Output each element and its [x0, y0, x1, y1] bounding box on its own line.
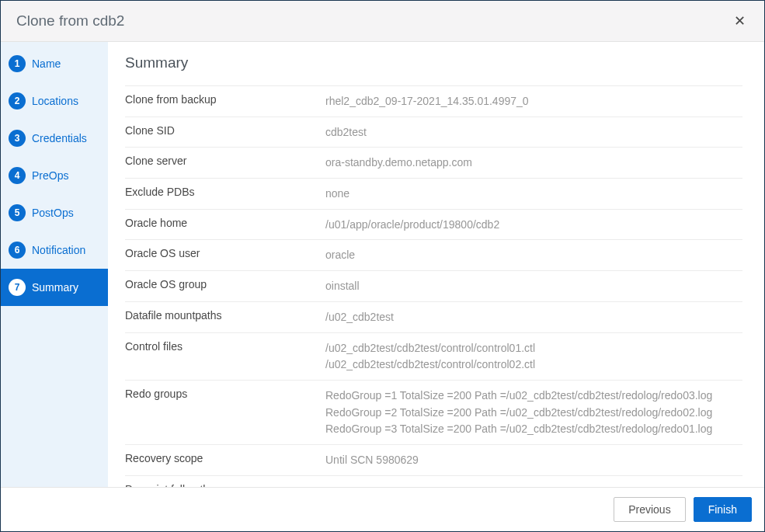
summary-value: RedoGroup =1 TotalSize =200 Path =/u02_c… [325, 387, 742, 438]
summary-value: oracle [325, 246, 742, 264]
step-badge: 4 [9, 167, 26, 184]
dialog-body: 1 Name 2 Locations 3 Credentials 4 PreOp… [1, 42, 764, 487]
step-label: Locations [32, 95, 78, 107]
content-area: Summary Clone from backup rhel2_cdb2_09-… [108, 42, 764, 487]
dialog-title: Clone from cdb2 [16, 12, 124, 30]
summary-label: Oracle OS user [125, 246, 325, 259]
row-clone-from-backup: Clone from backup rhel2_cdb2_09-17-2021_… [125, 85, 742, 116]
summary-value: /u01/app/oracle/product/19800/cdb2 [325, 216, 742, 234]
row-oracle-home: Oracle home /u01/app/oracle/product/1980… [125, 209, 742, 240]
step-label: Notification [32, 244, 85, 256]
step-badge: 2 [9, 92, 26, 110]
step-label: Name [32, 57, 61, 70]
dialog-header: Clone from cdb2 ✕ [1, 1, 764, 42]
step-label: PreOps [32, 169, 68, 182]
summary-label: Oracle home [125, 216, 325, 229]
row-exclude-pdbs: Exclude PDBs none [125, 178, 742, 209]
summary-label: Datafile mountpaths [125, 308, 325, 322]
step-summary[interactable]: 7 Summary [1, 269, 108, 306]
step-badge: 3 [9, 130, 26, 147]
summary-value: Until SCN 5980629 [325, 451, 742, 469]
row-oracle-os-group: Oracle OS group oinstall [125, 270, 742, 301]
dialog-footer: Previous Finish [1, 487, 764, 531]
row-control-files: Control files /u02_cdb2test/cdb2test/con… [125, 332, 742, 380]
summary-label: Clone from backup [125, 92, 325, 106]
control-file-2: /u02_cdb2test/cdb2test/control/control02… [325, 356, 742, 374]
summary-label: Exclude PDBs [125, 185, 325, 198]
summary-value: /u02_cdb2test [325, 308, 742, 326]
redo-group-1: RedoGroup =1 TotalSize =200 Path =/u02_c… [325, 388, 742, 405]
redo-group-2: RedoGroup =2 TotalSize =200 Path =/u02_c… [325, 405, 742, 422]
summary-label: Recovery scope [125, 451, 325, 464]
summary-value: oinstall [325, 277, 742, 295]
content-title: Summary [125, 54, 742, 71]
scroll-container[interactable]: Summary Clone from backup rhel2_cdb2_09-… [108, 42, 764, 487]
step-postops[interactable]: 5 PostOps [1, 194, 108, 231]
row-prescript-full-path: Prescript full path none [125, 475, 742, 487]
step-credentials[interactable]: 3 Credentials [1, 120, 108, 157]
row-datafile-mountpaths: Datafile mountpaths /u02_cdb2test [125, 301, 742, 332]
summary-label: Clone server [125, 154, 325, 167]
redo-group-3: RedoGroup =3 TotalSize =200 Path =/u02_c… [325, 421, 742, 438]
step-badge: 7 [9, 279, 26, 296]
finish-button[interactable]: Finish [694, 497, 752, 522]
step-badge: 6 [9, 242, 26, 259]
summary-label: Control files [125, 339, 325, 353]
summary-value: rhel2_cdb2_09-17-2021_14.35.01.4997_0 [325, 92, 742, 110]
summary-value: cdb2test [325, 123, 742, 141]
close-icon[interactable]: ✕ [730, 12, 749, 30]
summary-label: Clone SID [125, 123, 325, 137]
summary-value: /u02_cdb2test/cdb2test/control/control01… [325, 339, 742, 374]
summary-value: ora-standby.demo.netapp.com [325, 154, 742, 172]
summary-value: none [325, 185, 742, 203]
row-redo-groups: Redo groups RedoGroup =1 TotalSize =200 … [125, 380, 742, 444]
control-file-1: /u02_cdb2test/cdb2test/control/control01… [325, 340, 742, 357]
step-badge: 5 [9, 204, 26, 221]
step-name[interactable]: 1 Name [1, 45, 108, 82]
step-label: Credentials [32, 132, 87, 144]
row-oracle-os-user: Oracle OS user oracle [125, 239, 742, 270]
previous-button[interactable]: Previous [614, 497, 685, 522]
step-badge: 1 [9, 55, 26, 72]
row-clone-sid: Clone SID cdb2test [125, 116, 742, 148]
step-label: Summary [32, 281, 78, 294]
summary-label: Redo groups [125, 387, 325, 400]
summary-table: Clone from backup rhel2_cdb2_09-17-2021_… [125, 85, 742, 487]
row-clone-server: Clone server ora-standby.demo.netapp.com [125, 147, 742, 178]
step-label: PostOps [32, 207, 74, 219]
step-locations[interactable]: 2 Locations [1, 82, 108, 120]
row-recovery-scope: Recovery scope Until SCN 5980629 [125, 444, 742, 475]
step-preops[interactable]: 4 PreOps [1, 157, 108, 194]
step-notification[interactable]: 6 Notification [1, 231, 108, 269]
clone-dialog: Clone from cdb2 ✕ 1 Name 2 Locations 3 C… [0, 0, 765, 532]
wizard-steps: 1 Name 2 Locations 3 Credentials 4 PreOp… [1, 42, 108, 487]
summary-label: Oracle OS group [125, 277, 325, 290]
